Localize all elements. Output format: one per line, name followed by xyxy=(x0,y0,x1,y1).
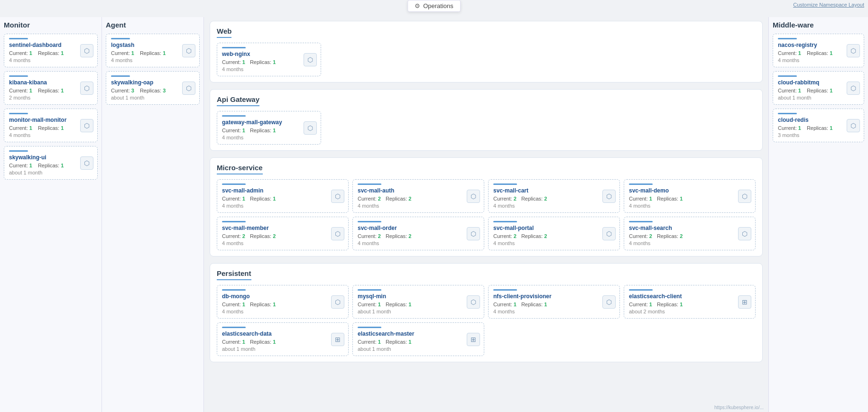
card-icon: ⬡ xyxy=(182,44,195,57)
card-name: elasticsearch-master xyxy=(358,330,479,337)
service-card[interactable]: gateway-mall-gateway Current: 1 Replicas… xyxy=(217,111,321,145)
card-accent-bar xyxy=(222,221,246,222)
replicas-val: 1 xyxy=(830,88,832,93)
service-card[interactable]: mysql-min Current: 1 Replicas: 1 about 1… xyxy=(352,285,484,319)
service-card[interactable]: svc-mall-demo Current: 1 Replicas: 1 4 m… xyxy=(624,179,756,213)
replicas-val: 2 xyxy=(544,196,547,201)
card-accent-bar xyxy=(778,75,797,77)
card-time: 4 months xyxy=(222,135,316,140)
service-card[interactable]: db-mongo Current: 1 Replicas: 1 4 months… xyxy=(217,285,349,319)
card-time: 4 months xyxy=(493,240,615,246)
card-name: svc-mall-search xyxy=(629,225,750,231)
replicas-val: 1 xyxy=(273,339,276,345)
card-icon: ⬡ xyxy=(847,82,860,95)
replicas-label: Replicas: 1 xyxy=(807,88,832,93)
replicas-val: 1 xyxy=(163,50,166,56)
current-label: Current: 2 xyxy=(358,233,381,239)
current-val: 1 xyxy=(242,302,245,307)
service-card[interactable]: cloud-rabbitmq Current: 1 Replicas: 1 ab… xyxy=(773,71,864,105)
card-accent-bar xyxy=(222,327,246,328)
current-val: 2 xyxy=(649,233,652,239)
current-val: 1 xyxy=(514,302,517,307)
replicas-val: 1 xyxy=(680,196,683,201)
card-accent-bar xyxy=(358,289,381,291)
replicas-val: 1 xyxy=(408,302,411,307)
service-card[interactable]: svc-mall-portal Current: 2 Replicas: 2 4… xyxy=(488,217,620,250)
current-label: Current: 1 xyxy=(358,302,381,307)
card-accent-bar xyxy=(358,327,381,328)
service-card[interactable]: web-nginx Current: 1 Replicas: 1 4 month… xyxy=(217,43,321,76)
service-card[interactable]: svc-mall-member Current: 2 Replicas: 2 4… xyxy=(217,217,349,250)
current-val: 1 xyxy=(798,50,801,56)
card-accent-bar xyxy=(222,183,246,185)
service-card[interactable]: cloud-redis Current: 1 Replicas: 1 3 mon… xyxy=(773,109,864,142)
service-card[interactable]: nfs-client-provisioner Current: 1 Replic… xyxy=(488,285,620,319)
service-card[interactable]: elasticsearch-data Current: 1 Replicas: … xyxy=(217,322,349,356)
card-stats: Current: 1 Replicas: 1 xyxy=(222,59,316,65)
card-icon: ⬡ xyxy=(738,227,751,240)
card-name: svc-mall-demo xyxy=(629,187,750,194)
service-card[interactable]: monitor-mall-monitor Current: 1 Replicas… xyxy=(4,109,98,142)
replicas-label: Replicas: 1 xyxy=(38,125,64,131)
replicas-val: 2 xyxy=(408,233,411,239)
card-name: db-mongo xyxy=(222,293,343,300)
service-card[interactable]: svc-mall-order Current: 2 Replicas: 2 4 … xyxy=(352,217,484,250)
replicas-label: Replicas: 1 xyxy=(250,128,276,133)
card-accent-bar xyxy=(9,113,28,114)
card-accent-bar xyxy=(493,289,517,291)
service-card[interactable]: elasticsearch-master Current: 1 Replicas… xyxy=(352,322,484,356)
current-val: 1 xyxy=(798,88,801,93)
card-accent-bar xyxy=(9,150,28,152)
card-time: about 1 month xyxy=(358,346,479,352)
replicas-label: Replicas: 1 xyxy=(386,339,411,345)
card-stats: Current: 2 Replicas: 2 xyxy=(358,233,479,239)
replicas-val: 2 xyxy=(273,233,276,239)
service-card[interactable]: logstash Current: 1 Replicas: 1 4 months… xyxy=(106,34,200,67)
card-accent-bar xyxy=(778,113,797,114)
card-time: about 1 month xyxy=(111,95,194,101)
service-card[interactable]: svc-mall-auth Current: 2 Replicas: 2 4 m… xyxy=(352,179,484,213)
middleware-column: Middle-ware nacos-registry Current: 1 Re… xyxy=(768,17,868,412)
card-name: elasticsearch-data xyxy=(222,330,343,337)
service-card[interactable]: elasticsearch-client Current: 1 Replicas… xyxy=(624,285,756,319)
replicas-val: 3 xyxy=(163,88,166,93)
customize-link[interactable]: Customize Namespace Layout xyxy=(793,2,864,8)
service-card[interactable]: svc-mall-cart Current: 2 Replicas: 2 4 m… xyxy=(488,179,620,213)
service-card[interactable]: kibana-kibana Current: 1 Replicas: 1 2 m… xyxy=(4,71,98,105)
service-card[interactable]: svc-mall-search Current: 2 Replicas: 2 4… xyxy=(624,217,756,250)
service-card[interactable]: skywalking-ui Current: 1 Replicas: 1 abo… xyxy=(4,146,98,180)
card-stats: Current: 1 Replicas: 1 xyxy=(222,339,343,345)
current-label: Current: 1 xyxy=(222,302,245,307)
card-icon: ⬡ xyxy=(304,121,317,135)
operations-topbar[interactable]: ⚙ Operations xyxy=(407,0,461,12)
card-time: 4 months xyxy=(9,57,92,63)
card-icon: ⬡ xyxy=(331,190,344,203)
service-card[interactable]: nacos-registry Current: 1 Replicas: 1 4 … xyxy=(773,34,864,67)
card-accent-bar xyxy=(493,221,517,222)
current-label: Current: 1 xyxy=(778,125,801,131)
card-time: 4 months xyxy=(222,66,316,72)
replicas-label: Replicas: 2 xyxy=(521,196,547,201)
card-icon: ⬡ xyxy=(80,119,93,132)
current-label: Current: 2 xyxy=(358,196,381,201)
current-val: 2 xyxy=(514,196,517,201)
current-val: 2 xyxy=(514,233,517,239)
current-label: Current: 1 xyxy=(111,50,134,56)
card-name: svc-mall-member xyxy=(222,225,343,231)
card-time: 4 months xyxy=(111,57,194,63)
current-val: 1 xyxy=(242,128,245,133)
replicas-val: 1 xyxy=(273,196,276,201)
service-card[interactable]: sentinel-dashboard Current: 1 Replicas: … xyxy=(4,34,98,67)
card-time: 4 months xyxy=(778,57,859,63)
service-card[interactable]: skywalking-oap Current: 3 Replicas: 3 ab… xyxy=(106,71,200,105)
card-icon: ⬡ xyxy=(847,119,860,132)
card-icon: ⬡ xyxy=(467,227,480,240)
monitor-title: Monitor xyxy=(4,21,98,29)
card-stats: Current: 2 Replicas: 2 xyxy=(222,233,343,239)
card-accent-bar xyxy=(629,289,653,291)
replicas-val: 1 xyxy=(61,163,64,168)
card-icon: ⊞ xyxy=(738,295,751,309)
card-accent-bar xyxy=(778,38,797,39)
current-label: Current: 1 xyxy=(222,339,245,345)
service-card[interactable]: svc-mall-admin Current: 1 Replicas: 1 4 … xyxy=(217,179,349,213)
